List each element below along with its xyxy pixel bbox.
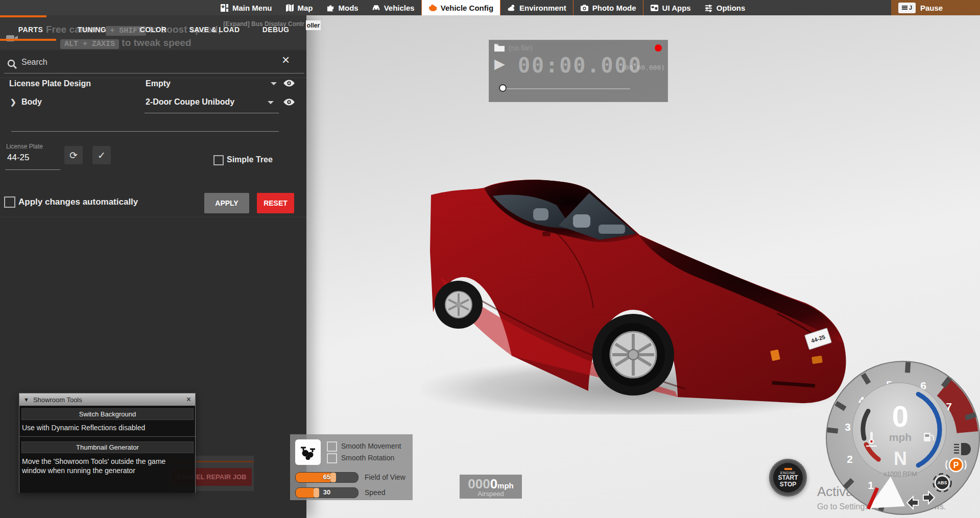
apply-button[interactable]: APPLY [204, 193, 249, 213]
simple-tree-label: Simple Tree [227, 155, 273, 164]
body-label[interactable]: Body [21, 97, 42, 107]
search-icon [7, 59, 17, 69]
showroom-tools-title: Showroom Tools [33, 396, 182, 404]
eye-icon[interactable] [282, 98, 296, 106]
svg-text:ABS: ABS [937, 480, 947, 485]
puzzle-icon [326, 4, 335, 12]
pause-button[interactable]: J Pause [891, 0, 980, 15]
tach-number-1: 1 [868, 479, 874, 491]
menu-item-vehicles[interactable]: Vehicles [365, 0, 421, 15]
engine-button-start-label: START [778, 475, 798, 481]
camera-icon [580, 4, 589, 12]
tach-number-3: 3 [845, 421, 851, 433]
panel-header: Free camera + SHIFT to boost speed, ALT … [0, 15, 306, 50]
license-plate-randomize-button[interactable]: ⟳ [64, 146, 83, 164]
airspeed-value: 0 [490, 476, 497, 491]
replay-seek-handle[interactable] [499, 84, 507, 92]
car-illustration: 44-25 [420, 175, 854, 414]
airspeed-unit: mph [497, 481, 514, 490]
drone-icon [299, 445, 317, 460]
license-plate-design-value[interactable]: Empty [146, 79, 171, 88]
tiles-icon: ★ [220, 4, 229, 12]
simple-tree-checkbox[interactable] [213, 155, 224, 165]
close-icon[interactable]: × [186, 395, 191, 404]
pause-keybind-chip: J [898, 3, 916, 13]
menu-item-vehicle-config[interactable]: Vehicle Config [422, 0, 500, 15]
menu-item-mods[interactable]: Mods [320, 0, 365, 15]
camera-control-widget: Smooth Movement Smooth Rotation 65 Field… [290, 434, 413, 500]
apps-icon [650, 4, 659, 12]
play-icon[interactable]: ▶ [494, 56, 505, 72]
camera-speed-slider[interactable]: 30 [295, 487, 358, 498]
car-icon [372, 4, 380, 12]
field-of-view-value: 65 [296, 473, 358, 481]
folder-icon[interactable] [494, 43, 505, 52]
search-input[interactable] [20, 57, 257, 67]
record-icon[interactable] [655, 44, 662, 52]
apply-auto-checkbox[interactable] [4, 196, 15, 208]
map-icon [285, 4, 294, 12]
menu-item-photo-mode[interactable]: Photo Mode [573, 0, 643, 15]
pause-label: Pause [920, 4, 943, 12]
expand-chevron-icon[interactable]: ❯ [10, 98, 16, 106]
menu-item-ui-apps[interactable]: UI Apps [643, 0, 698, 15]
menu-item-environment[interactable]: Environment [500, 0, 573, 15]
close-icon[interactable]: × [282, 52, 290, 68]
body-value[interactable]: 2-Door Coupe Unibody [146, 97, 234, 107]
chevron-down-icon[interactable] [268, 101, 274, 104]
refresh-icon: ⟳ [69, 150, 78, 161]
tab-parts[interactable]: PARTS [0, 26, 61, 34]
beamng-vehicle-config-screen: 44-25 Activate Windows Go to Settings to… [0, 0, 980, 518]
license-plate-field-label: License Plate [6, 143, 43, 150]
replay-total-time: (00:00.000) [621, 64, 665, 71]
airspeed-leading-zeros: 000 [468, 476, 490, 491]
menu-item-map[interactable]: Map [279, 0, 320, 15]
svg-text:P: P [953, 461, 959, 470]
weather-icon [507, 4, 516, 12]
license-plate-design-label: License Plate Design [9, 79, 91, 88]
camera-speed-label: Speed [365, 488, 385, 497]
thumbnail-generator-button[interactable]: Thumbnail Generator [21, 441, 194, 453]
menu-item-options[interactable]: Options [698, 0, 752, 15]
zaxis-key-hint: ALT + ZAXIS [60, 39, 119, 49]
replay-seekbar[interactable] [505, 88, 630, 89]
airspeed-widget: 0000mph Airspeed [460, 475, 522, 499]
tab-save-load[interactable]: SAVE & LOAD [184, 26, 245, 34]
free-camera-icon [6, 34, 18, 42]
tach-number-2: 2 [847, 453, 853, 465]
smooth-rotation-checkbox[interactable] [327, 453, 337, 463]
tab-tuning[interactable]: TUNING [61, 26, 123, 34]
chevron-down-icon[interactable] [271, 82, 277, 85]
smooth-movement-checkbox[interactable] [327, 441, 337, 452]
check-icon: ✓ [98, 150, 106, 161]
camera-drone-button[interactable] [295, 439, 321, 465]
tab-color[interactable]: COLOR [123, 26, 184, 34]
main-menu-strip: ★ Main Menu Map Mods Vehicles Vehicle Co… [213, 0, 752, 15]
speed-readout: 0 [892, 400, 909, 433]
apply-auto-label: Apply changes automatically [18, 197, 138, 207]
showroom-tools-window: ▼ Showroom Tools × Switch Background Use… [19, 393, 196, 493]
reset-button[interactable]: RESET [257, 193, 294, 213]
license-plate-confirm-button[interactable]: ✓ [92, 146, 111, 164]
menu-item-main-menu[interactable]: ★ Main Menu [213, 0, 279, 15]
showroom-tools-titlebar[interactable]: ▼ Showroom Tools × [19, 393, 195, 406]
switch-background-note: Use with Dynamic Reflections disabled [22, 423, 145, 432]
smooth-rotation-label: Smooth Rotation [341, 454, 394, 462]
tab-debug[interactable]: DEBUG [245, 26, 306, 34]
svg-text:★: ★ [221, 4, 225, 9]
car-front-wheel [592, 314, 674, 396]
license-plate-input[interactable] [6, 152, 59, 163]
field-of-view-slider[interactable]: 65 [295, 472, 358, 483]
eye-icon[interactable] [282, 79, 296, 87]
engine-button-stop-label: STOP [780, 481, 796, 488]
active-tab-underline [0, 39, 56, 41]
gear-indicator: N [894, 448, 907, 469]
collapse-icon[interactable]: ▼ [23, 397, 29, 403]
sliders-icon [704, 4, 713, 12]
car-rear-wheel [435, 281, 483, 329]
switch-background-button[interactable]: Switch Background [21, 408, 194, 420]
engine-start-stop-button[interactable]: ENGINE START STOP [769, 459, 807, 497]
replay-file-label: (no file) [509, 44, 533, 52]
field-of-view-label: Field of View [365, 473, 405, 481]
engine-icon [428, 4, 437, 12]
